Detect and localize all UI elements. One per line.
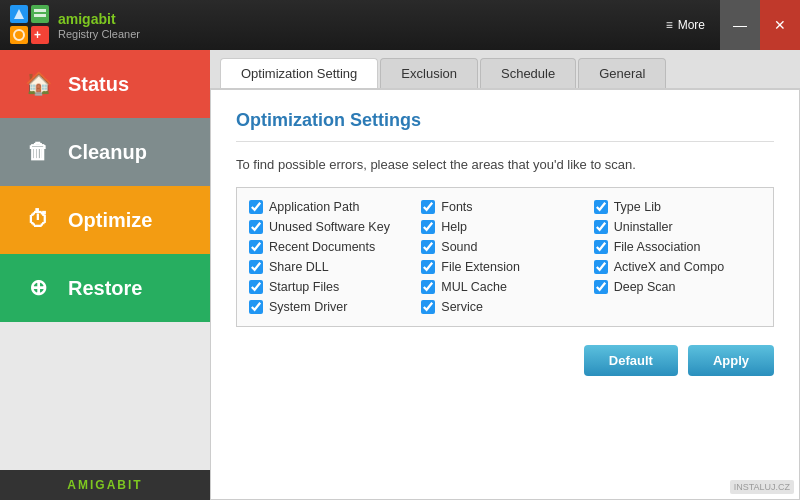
brand-name: amigabit [58,10,140,28]
checkbox-application-path[interactable] [249,200,263,214]
window-controls: ≡ More — ✕ [651,0,800,50]
checkbox-item-activex-compo: ActiveX and Compo [594,260,761,274]
checkbox-label-share-dll: Share DLL [269,260,329,274]
logo-area: + amigabit Registry Cleaner [10,5,140,45]
button-row: Default Apply [236,345,774,376]
checkbox-label-service: Service [441,300,483,314]
trash-icon: 🗑 [20,134,56,170]
sidebar-label-optimize: Optimize [68,209,152,232]
svg-rect-6 [34,14,46,17]
checkbox-item-startup-files: Startup Files [249,280,416,294]
checkbox-share-dll[interactable] [249,260,263,274]
tab-optimization-setting[interactable]: Optimization Setting [220,58,378,88]
checkbox-item-type-lib: Type Lib [594,200,761,214]
checkbox-label-type-lib: Type Lib [614,200,661,214]
checkbox-label-application-path: Application Path [269,200,359,214]
checkbox-type-lib[interactable] [594,200,608,214]
checkbox-activex-compo[interactable] [594,260,608,274]
panel-description: To find possible errors, please select t… [236,157,774,172]
panel-title: Optimization Settings [236,110,774,142]
tab-schedule[interactable]: Schedule [480,58,576,88]
sidebar-label-restore: Restore [68,277,142,300]
checkbox-uninstaller[interactable] [594,220,608,234]
checkbox-deep-scan[interactable] [594,280,608,294]
checkbox-grid: Application PathFontsType LibUnused Soft… [236,187,774,327]
checkbox-item-service: Service [421,300,588,314]
app-title-text: amigabit Registry Cleaner [58,10,140,40]
close-button[interactable]: ✕ [760,0,800,50]
sidebar: 🏠 Status 🗑 Cleanup ⏱ Optimize ⊕ Restore … [0,50,210,500]
checkbox-recent-documents[interactable] [249,240,263,254]
sidebar-label-cleanup: Cleanup [68,141,147,164]
checkbox-label-unused-software-key: Unused Software Key [269,220,390,234]
checkbox-label-recent-documents: Recent Documents [269,240,375,254]
app-logo: + [10,5,50,45]
checkbox-label-activex-compo: ActiveX and Compo [614,260,724,274]
tab-exclusion[interactable]: Exclusion [380,58,478,88]
plus-icon: ⊕ [20,270,56,306]
minimize-button[interactable]: — [720,0,760,50]
app-subtitle: Registry Cleaner [58,28,140,40]
checkbox-label-fonts: Fonts [441,200,472,214]
checkbox-label-sound: Sound [441,240,477,254]
checkbox-system-driver[interactable] [249,300,263,314]
sidebar-item-optimize[interactable]: ⏱ Optimize [0,186,210,254]
sidebar-item-status[interactable]: 🏠 Status [0,50,210,118]
checkbox-label-uninstaller: Uninstaller [614,220,673,234]
checkbox-item-help: Help [421,220,588,234]
svg-text:+: + [34,28,41,42]
main-container: 🏠 Status 🗑 Cleanup ⏱ Optimize ⊕ Restore … [0,50,800,500]
checkbox-item-fonts: Fonts [421,200,588,214]
checkbox-item-application-path: Application Path [249,200,416,214]
sidebar-item-cleanup[interactable]: 🗑 Cleanup [0,118,210,186]
checkbox-label-file-association: File Association [614,240,701,254]
checkbox-file-extension[interactable] [421,260,435,274]
tab-general[interactable]: General [578,58,666,88]
checkbox-service[interactable] [421,300,435,314]
more-button[interactable]: ≡ More [651,0,720,50]
default-button[interactable]: Default [584,345,678,376]
bottom-brand-bar: AMIGABIT [0,470,210,500]
more-label: More [678,18,705,32]
checkbox-sound[interactable] [421,240,435,254]
checkbox-label-startup-files: Startup Files [269,280,339,294]
checkbox-item-system-driver: System Driver [249,300,416,314]
checkbox-item-file-extension: File Extension [421,260,588,274]
svg-rect-5 [34,9,46,12]
content-area: Optimization Setting Exclusion Schedule … [210,50,800,500]
sidebar-item-restore[interactable]: ⊕ Restore [0,254,210,322]
svg-rect-2 [10,26,28,44]
gauge-icon: ⏱ [20,202,56,238]
checkbox-mul-cache[interactable] [421,280,435,294]
watermark: INSTALUJ.CZ [730,480,794,494]
checkbox-item-unused-software-key: Unused Software Key [249,220,416,234]
home-icon: 🏠 [20,66,56,102]
bottom-brand-text: AMIGABIT [67,478,142,492]
menu-icon: ≡ [666,18,673,32]
title-bar: + amigabit Registry Cleaner ≡ More — ✕ [0,0,800,50]
checkbox-item-recent-documents: Recent Documents [249,240,416,254]
checkbox-item-uninstaller: Uninstaller [594,220,761,234]
sidebar-label-status: Status [68,73,129,96]
checkbox-startup-files[interactable] [249,280,263,294]
checkbox-unused-software-key[interactable] [249,220,263,234]
checkbox-label-file-extension: File Extension [441,260,520,274]
main-panel: Optimization Settings To find possible e… [210,90,800,500]
apply-button[interactable]: Apply [688,345,774,376]
tab-bar: Optimization Setting Exclusion Schedule … [210,50,800,90]
checkbox-item-deep-scan: Deep Scan [594,280,761,294]
checkbox-file-association[interactable] [594,240,608,254]
checkbox-fonts[interactable] [421,200,435,214]
checkbox-item-sound: Sound [421,240,588,254]
checkbox-label-deep-scan: Deep Scan [614,280,676,294]
checkbox-label-system-driver: System Driver [269,300,347,314]
checkbox-item-file-association: File Association [594,240,761,254]
checkbox-item-share-dll: Share DLL [249,260,416,274]
checkbox-item-mul-cache: MUL Cache [421,280,588,294]
checkbox-label-mul-cache: MUL Cache [441,280,507,294]
checkbox-label-help: Help [441,220,467,234]
checkbox-help[interactable] [421,220,435,234]
